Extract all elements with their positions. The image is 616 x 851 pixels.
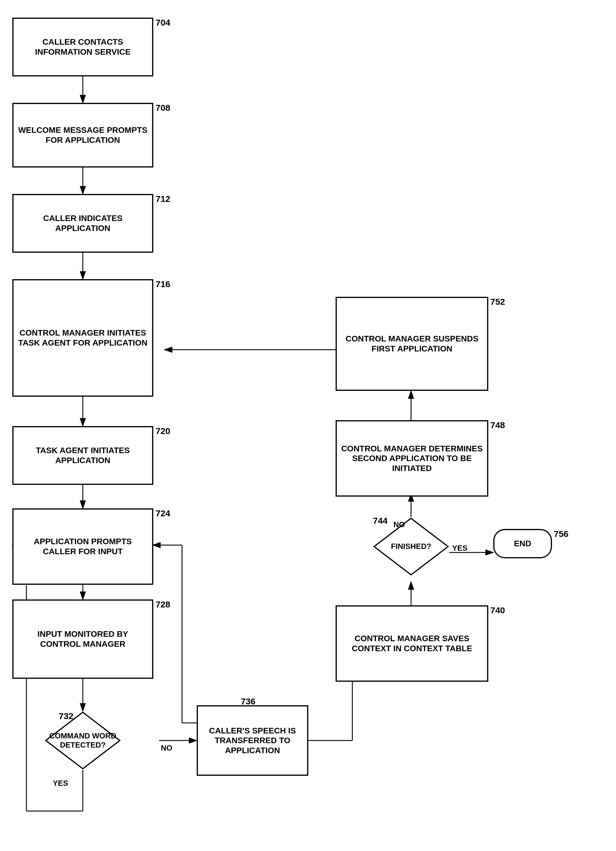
ref-736: 736 <box>241 696 255 707</box>
ref-708: 708 <box>156 103 170 113</box>
node-704: CALLER CONTACTS INFORMATION SERVICE <box>12 18 153 77</box>
ref-712: 712 <box>156 194 170 204</box>
ref-720: 720 <box>156 426 170 436</box>
node-724: APPLICATION PROMPTS CALLER FOR INPUT <box>12 508 153 585</box>
node-736: CALLER'S SPEECH IS TRANSFERRED TO APPLIC… <box>197 705 308 776</box>
node-728: INPUT MONITORED BY CONTROL MANAGER <box>12 600 153 679</box>
label-no-744: NO <box>393 520 405 529</box>
ref-748: 748 <box>490 420 505 430</box>
ref-728: 728 <box>156 600 170 609</box>
node-748: CONTROL MANAGER DETERMINES SECOND APPLIC… <box>336 420 488 497</box>
node-720: TASK AGENT INITIATES APPLICATION <box>12 426 153 485</box>
ref-732: 732 <box>59 711 73 721</box>
node-752: CONTROL MANAGER SUSPENDS FIRST APPLICATI… <box>336 297 488 391</box>
ref-716: 716 <box>156 279 170 289</box>
node-740: CONTROL MANAGER SAVES CONTEXT IN CONTEXT… <box>336 605 488 682</box>
label-yes-732: YES <box>53 779 68 788</box>
ref-744: 744 <box>373 516 388 526</box>
node-756: END <box>493 529 552 558</box>
ref-756: 756 <box>554 529 568 539</box>
node-712: CALLER INDICATES APPLICATION <box>12 194 153 253</box>
label-yes-744: YES <box>452 544 468 553</box>
node-732: COMMAND WORD DETECTED? <box>45 711 121 770</box>
ref-740: 740 <box>490 605 505 615</box>
ref-752: 752 <box>490 297 505 307</box>
ref-704: 704 <box>156 18 170 28</box>
node-744: FINISHED? <box>373 517 449 576</box>
node-708: WELCOME MESSAGE PROMPTS FOR APPLICATION <box>12 103 153 167</box>
label-no-732: NO <box>161 743 172 753</box>
flowchart-container: CALLER CONTACTS INFORMATION SERVICE 704 … <box>0 0 616 851</box>
node-716: CONTROL MANAGER INITIATES TASK AGENT FOR… <box>12 279 153 397</box>
ref-724: 724 <box>156 508 170 518</box>
